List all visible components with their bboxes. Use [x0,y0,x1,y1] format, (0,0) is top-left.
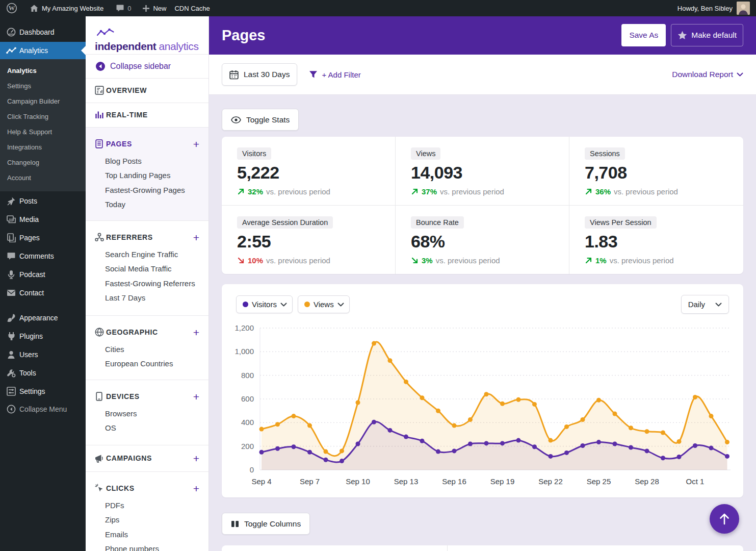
plugin-nav-item-pdfs[interactable]: PDFs [86,498,208,513]
plus-icon[interactable]: + [193,232,199,243]
add-filter-label: + Add Filter [322,70,360,79]
plugin-section-geographic-header[interactable]: GEOGRAPHIC + [86,323,208,341]
plugin-nav-item-european-countries[interactable]: European Countries [86,357,208,371]
svg-text:400: 400 [241,418,254,427]
wp-menu-item-appearance[interactable]: Appearance [0,309,86,327]
views-series-dropdown[interactable]: Views [298,295,350,313]
stat-change-percent: 37% [422,187,437,196]
plugin-section-label: REAL-TIME [106,111,148,119]
new-content-menu[interactable]: New [136,0,171,16]
wp-menu-item-pages[interactable]: Pages [0,229,86,246]
wp-menu-item-tools[interactable]: Tools [0,364,86,382]
download-report-button[interactable]: Download Report [672,70,743,79]
wp-menu-item-label: Plugins [19,332,43,340]
make-default-button[interactable]: Make default [671,24,743,46]
svg-text:Sep 28: Sep 28 [635,477,659,486]
plus-icon[interactable]: + [193,453,199,464]
plugin-nav-item-blog-posts[interactable]: Blog Posts [86,154,208,168]
wordpress-logo-icon: W [6,3,17,14]
plugin-nav-item-fastest-growing-referrers[interactable]: Fastest-Growing Referrers [86,276,208,291]
plugin-section-clicks-header[interactable]: CLICKS + [86,480,208,497]
plugin-nav-item-last-7-days[interactable]: Last 7 Days [86,291,208,306]
save-as-button[interactable]: Save As [621,24,666,46]
wp-menu-item-plugins[interactable]: Plugins [0,328,86,345]
comments-menu[interactable]: 0 [109,0,136,16]
plugin-nav-item-search-engine-traffic[interactable]: Search Engine Traffic [86,247,208,262]
wp-menu-item-comments[interactable]: Comments [0,247,86,265]
date-range-button[interactable]: Last 30 Days [222,63,297,86]
wp-submenu-item-changelog[interactable]: Changelog [0,155,86,170]
plus-icon[interactable]: + [193,139,199,149]
wp-menu-item-settings[interactable]: Settings [0,383,86,400]
wp-submenu-item-campaign-builder[interactable]: Campaign Builder [0,93,86,109]
wp-menu-item-posts[interactable]: Posts [0,192,86,210]
plugin-nav-item-os[interactable]: OS [86,421,208,436]
wp-menu-item-contact[interactable]: Contact [0,284,86,302]
toggle-stats-button[interactable]: Toggle Stats [222,109,299,131]
chevron-down-icon [280,303,287,307]
wp-menu-item-podcast[interactable]: Podcast [0,266,86,283]
plugin-section-geographic: GEOGRAPHIC + CitiesEuropean Countries [86,316,208,380]
visitors-series-dropdown[interactable]: Visitors [236,295,293,313]
toggle-columns-label: Toggle Columns [244,519,301,529]
svg-text:Sep 10: Sep 10 [346,477,370,486]
cdn-cache-menu[interactable]: CDN Cache [171,0,215,16]
collapse-sidebar-button[interactable]: Collapse sidebar [86,55,208,79]
wp-menu-item-label: Podcast [19,270,45,279]
toggle-columns-button[interactable]: Toggle Columns [222,513,310,535]
wp-menu-item-users[interactable]: Users [0,346,86,363]
plugin-section-overview-header[interactable]: OVERVIEW [86,82,208,99]
plugin-nav-item-browsers[interactable]: Browsers [86,406,208,421]
wp-submenu-item-click-tracking[interactable]: Click Tracking [0,109,86,124]
plus-icon[interactable]: + [193,483,199,494]
wp-submenu-item-account[interactable]: Account [0,170,86,185]
stat-label: Bounce Rate [411,216,464,229]
interval-dropdown[interactable]: Daily [681,295,729,314]
site-name-menu[interactable]: My Amazing Website [22,0,109,16]
dashboard-icon [6,27,17,37]
plugin-section-campaigns-header[interactable]: CAMPAIGNS + [86,449,208,467]
plugin-nav-item-zips[interactable]: Zips [86,513,208,528]
plus-icon[interactable]: + [193,391,199,402]
plugin-section-label: DEVICES [106,392,140,400]
wordpress-logo-menu[interactable]: W [0,0,22,16]
calendar-icon [229,70,239,80]
wp-submenu-item-help-support[interactable]: Help & Support [0,124,86,139]
page-title: Pages [222,27,265,44]
plugin-nav-item-fastest-growing-pages[interactable]: Fastest-Growing Pages [86,183,208,197]
wp-submenu-item-settings[interactable]: Settings [0,78,86,93]
svg-text:Sep 13: Sep 13 [394,477,419,486]
wp-submenu-item-integrations[interactable]: Integrations [0,139,86,155]
stat-change-percent: 3% [422,256,433,265]
wp-menu-item-media[interactable]: Media [0,211,86,228]
appearance-icon [6,313,17,322]
plugin-section-devices-header[interactable]: DEVICES + [86,388,208,405]
plugin-section-pages-header[interactable]: PAGES + [86,135,208,153]
make-default-label: Make default [691,31,737,40]
plugin-nav-item-top-landing-pages[interactable]: Top Landing Pages [86,168,208,183]
wp-menu-item-analytics[interactable]: Analytics [0,42,86,59]
add-filter-button[interactable]: + Add Filter [309,70,360,79]
plus-icon [142,5,150,12]
referrers-icon [94,233,104,242]
settings-icon [6,387,17,396]
plugin-nav-item-cities[interactable]: Cities [86,342,208,357]
wp-collapse-menu-button[interactable]: Collapse Menu [0,400,86,418]
download-report-label: Download Report [672,70,733,79]
avatar [737,2,750,15]
plugin-nav-item-today[interactable]: Today [86,197,208,212]
plugin-nav-item-social-media-traffic[interactable]: Social Media Traffic [86,262,208,277]
plugin-nav-item-emails[interactable]: Emails [86,527,208,542]
plugin-section-real-time-header[interactable]: REAL-TIME [86,106,208,123]
plus-icon[interactable]: + [193,327,199,338]
stat-value: 5,222 [237,163,385,183]
scroll-to-top-button[interactable] [710,504,739,534]
my-account-menu[interactable]: Howdy, Ben Sibley [672,0,756,16]
stat-change-note: vs. previous period [610,256,674,265]
wp-submenu-item-analytics[interactable]: Analytics [0,63,86,78]
campaigns-icon [94,454,104,463]
plugin-section-referrers-header[interactable]: REFERRERS + [86,229,208,246]
collapse-menu-icon [6,405,17,414]
plugin-nav-item-phone-numbers[interactable]: Phone numbers [86,542,208,551]
wp-menu-item-dashboard[interactable]: Dashboard [0,23,86,41]
